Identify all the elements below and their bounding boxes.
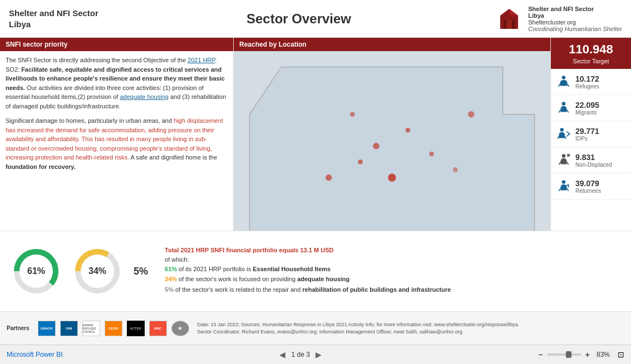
svg-line-23 [558, 84, 560, 87]
partner-acted: ACTED [127, 321, 145, 336]
header: Shelter and NFI Sector Libya Sector Over… [0, 0, 631, 38]
svg-rect-4 [506, 20, 512, 29]
svg-point-28 [560, 128, 564, 132]
svg-point-12 [326, 174, 332, 181]
brand-line2: Libya [528, 12, 622, 19]
svg-point-14 [468, 111, 474, 117]
svg-point-7 [406, 128, 411, 133]
nondisplaced-info: 9.831 Non-Displaced [575, 153, 612, 168]
partner-oim: OIM [60, 321, 78, 336]
idps-info: 29.771 IDPs [575, 127, 599, 142]
nav-center: ◀ 1 de 3 ▶ [63, 350, 539, 359]
nav-page-indicator: 1 de 3 [291, 351, 309, 358]
powerbi-link[interactable]: Microsoft Power BI [7, 351, 63, 358]
refugees-info: 10.172 Refugees [575, 74, 599, 89]
nav-next-button[interactable]: ▶ [316, 350, 322, 359]
charts-area: 61% 34% 5% [11, 246, 148, 296]
svg-line-26 [559, 110, 560, 113]
donut-chart-yellow: 34% [72, 246, 122, 296]
left-panel: SNFI sector priority The SNFI Sector is … [0, 38, 234, 231]
brand-text: Shelter and NFI Sector Libya Shelterclus… [528, 6, 622, 32]
legend-area: Total 2021 HRP SNFI financial portfolio … [165, 247, 620, 296]
stat-row-idps: 29.771 IDPs [551, 121, 631, 147]
right-panel: 110.948 Sector Target 10.172 Refugees [550, 38, 631, 231]
svg-line-29 [558, 137, 559, 139]
shelter-cluster-logo [496, 6, 522, 32]
svg-line-27 [566, 110, 568, 113]
legend-of-which: of which: [165, 256, 620, 263]
nav-prev-button[interactable]: ◀ [279, 350, 285, 359]
content-area: SNFI sector priority The SNFI Sector is … [0, 38, 631, 231]
migrants-info: 22.095 Migrants [575, 101, 599, 116]
svg-point-36 [562, 181, 566, 185]
nav-bar: Microsoft Power BI ◀ 1 de 3 ▶ − + 83% ⊡ [0, 345, 631, 364]
svg-line-24 [568, 84, 569, 87]
nondisplaced-label: Non-Displaced [575, 162, 612, 168]
sector-target-number: 110.948 [554, 42, 628, 57]
donut-yellow-label: 34% [88, 266, 106, 276]
svg-line-30 [565, 137, 566, 139]
returnees-icon [555, 178, 572, 195]
header-left: Shelter and NFI Sector Libya [9, 8, 131, 29]
snfi-section-header: SNFI sector priority [0, 38, 233, 51]
org-title: Shelter and NFI Sector Libya [9, 8, 131, 29]
org-name-line2: Libya [9, 19, 31, 29]
zoom-plus[interactable]: + [585, 350, 590, 359]
zoom-level: 83% [597, 351, 610, 358]
svg-point-25 [562, 102, 566, 106]
nondisplaced-icon [555, 152, 572, 168]
svg-point-10 [350, 112, 355, 117]
nondisplaced-number: 9.831 [575, 153, 612, 162]
svg-line-32 [559, 162, 560, 165]
snfi-content: The SNFI Sector is directly addressing t… [0, 51, 233, 231]
partner-nrc: NRC [149, 321, 167, 336]
partner-unhcr: UNHCR [38, 321, 56, 336]
reached-section-header: Reached by Location [234, 38, 550, 51]
snfi-paragraph1: The SNFI Sector is directly addressing t… [6, 56, 228, 111]
partner-other: ★ [171, 321, 189, 336]
partner-danish: DANISH REFUGEE COUNCIL [82, 321, 100, 336]
svg-line-33 [566, 162, 568, 165]
fit-page-button[interactable]: ⊡ [618, 350, 624, 359]
partner-logos: UNHCR OIM DANISH REFUGEE COUNCIL CESVI A… [38, 321, 189, 336]
stat-row-refugees: 10.172 Refugees [551, 69, 631, 95]
idps-label: IDPs [575, 136, 599, 142]
libya-map: Reached Targeted Not reached [234, 51, 550, 231]
sector-target-label: Sector Target [554, 58, 628, 64]
bottom-section: 61% 34% 5% Total 2021 HRP SNFI financial… [0, 231, 631, 311]
partner-cesvi: CESVI [105, 321, 122, 336]
legend-item-1: 61% of its 2021 HRP portfolio is Essenti… [165, 265, 620, 273]
svg-point-31 [562, 154, 566, 158]
svg-point-22 [562, 76, 566, 80]
nav-right: − + 83% ⊡ [539, 350, 624, 359]
footer-info: Date: 15 Jan 2022; Sources: Humanitarian… [198, 321, 624, 335]
returnees-number: 39.079 [575, 179, 601, 188]
legend-item-3: 5% of the sector's work is related to th… [165, 286, 620, 294]
zoom-slider[interactable] [548, 353, 581, 356]
footer-section: Partners UNHCR OIM DANISH REFUGEE COUNCI… [0, 311, 631, 345]
brand-url: Sheltercluster.org [528, 19, 622, 26]
zoom-minus[interactable]: − [539, 350, 543, 359]
refugee-icon [555, 73, 572, 90]
svg-point-11 [429, 152, 434, 157]
footer-date-info: Date: 15 Jan 2022; Sources: Humanitarian… [198, 321, 624, 328]
svg-point-9 [388, 173, 396, 181]
donut-chart-green: 61% [11, 246, 61, 296]
map-area: Reached Targeted Not reached [234, 51, 550, 231]
svg-line-37 [559, 188, 560, 191]
idps-number: 29.771 [575, 127, 599, 136]
svg-marker-2 [509, 9, 518, 16]
org-name-line1: Shelter and NFI Sector [9, 8, 98, 18]
returnees-info: 39.079 Returnees [575, 179, 601, 194]
stat-row-migrants: 22.095 Migrants [551, 95, 631, 121]
svg-point-8 [358, 159, 363, 164]
middle-panel: Reached by Location [234, 38, 550, 231]
refugees-number: 10.172 [575, 74, 599, 83]
zoom-slider-thumb [566, 351, 571, 358]
pct-5-label: 5% [134, 266, 148, 277]
migrants-label: Migrants [575, 109, 599, 116]
stat-row-nondisplaced: 9.831 Non-Displaced [551, 147, 631, 173]
sector-target-box: 110.948 Sector Target [551, 38, 631, 69]
svg-line-38 [566, 188, 568, 191]
refugees-label: Refugees [575, 83, 599, 89]
